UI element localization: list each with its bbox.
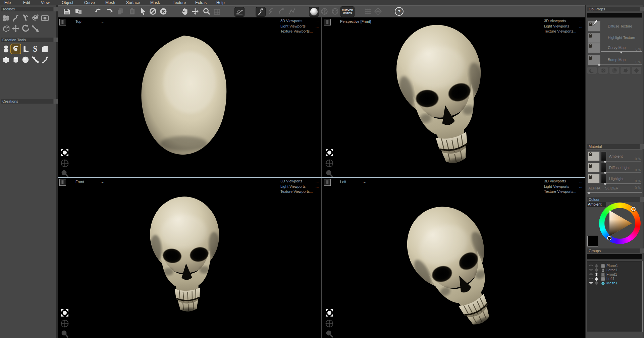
move-tool-icon[interactable] bbox=[191, 7, 200, 16]
model-skull-front[interactable] bbox=[141, 187, 229, 321]
model-skull-perspective[interactable] bbox=[389, 17, 500, 174]
paste-icon[interactable] bbox=[127, 7, 137, 16]
menu-help[interactable]: Help bbox=[216, 0, 225, 5]
hue-selector[interactable] bbox=[631, 207, 636, 211]
viewport-menu-3d[interactable]: 3D Viewports... bbox=[544, 18, 582, 24]
tool-move-icon[interactable] bbox=[11, 24, 20, 33]
menu-surface[interactable]: Surface bbox=[126, 0, 140, 5]
undo-icon[interactable] bbox=[93, 7, 103, 16]
viewport-left[interactable]: Left ... 3D Viewports... Light Viewports… bbox=[322, 178, 585, 338]
curved-wires-button[interactable]: CURVED WIRES bbox=[340, 6, 355, 17]
group-name[interactable]: Plane1 bbox=[606, 264, 618, 268]
wire-sphere-icon[interactable] bbox=[320, 7, 329, 16]
eye-icon[interactable] bbox=[589, 273, 593, 276]
select-cursor-icon[interactable] bbox=[138, 7, 148, 16]
viewport-menu-light[interactable]: Light Viewports... bbox=[280, 184, 319, 189]
group-row-front1[interactable]: Front1 bbox=[587, 272, 642, 277]
cancel-icon[interactable] bbox=[159, 7, 168, 16]
create-cylinder-icon[interactable] bbox=[11, 55, 20, 64]
freeze-icon[interactable] bbox=[595, 273, 598, 276]
tool-marquee-icon[interactable] bbox=[40, 13, 50, 23]
viewport-perspective[interactable]: Perspective [Front] 3D Viewports... Ligh… bbox=[322, 17, 585, 177]
highlight-thumb[interactable] bbox=[588, 174, 600, 183]
orbit-view-icon[interactable] bbox=[325, 308, 334, 317]
viewport-menu-light[interactable]: Light Viewports... bbox=[544, 184, 582, 189]
freeze-icon[interactable] bbox=[595, 281, 598, 285]
create-s-shape-icon[interactable] bbox=[31, 44, 40, 54]
ambient-thumb[interactable] bbox=[588, 152, 600, 161]
alpha-slider-handle[interactable] bbox=[588, 192, 590, 194]
diffuse-light-color-swatch[interactable] bbox=[601, 163, 606, 172]
orbit-view-icon[interactable] bbox=[60, 148, 69, 157]
highlight-color-swatch[interactable] bbox=[601, 174, 606, 183]
viewport-horizontal-divider[interactable] bbox=[58, 177, 585, 178]
redo-icon[interactable] bbox=[105, 7, 114, 16]
create-sphere-icon[interactable] bbox=[21, 55, 30, 64]
grid-tool-icon[interactable] bbox=[212, 7, 222, 16]
create-blob-icon[interactable] bbox=[1, 44, 11, 54]
curvy-map-slider[interactable] bbox=[601, 51, 642, 52]
wire-sphere-alt-icon[interactable] bbox=[330, 7, 340, 16]
ambient-color-swatch[interactable] bbox=[601, 152, 606, 161]
menu-file[interactable]: File bbox=[4, 0, 11, 5]
wire-diamond-icon[interactable] bbox=[373, 7, 383, 16]
current-colour-swatch[interactable] bbox=[587, 236, 598, 246]
zoom-view-icon[interactable] bbox=[60, 169, 69, 177]
save-icon[interactable] bbox=[62, 7, 71, 16]
tool-paint-palette-icon[interactable] bbox=[31, 13, 40, 23]
curve-smooth-icon[interactable] bbox=[276, 7, 286, 16]
freeze-icon[interactable] bbox=[595, 277, 598, 281]
viewport-front[interactable]: Front ... 3D Viewports... Light Viewport… bbox=[58, 178, 321, 338]
freeze-icon[interactable] bbox=[595, 264, 598, 268]
crescent-icon[interactable] bbox=[587, 66, 597, 74]
grid-tile-icon[interactable] bbox=[363, 7, 373, 16]
curvy-map-thumb[interactable] bbox=[588, 43, 600, 53]
highlight-slider[interactable] bbox=[604, 183, 641, 184]
diffuse-light-slider[interactable] bbox=[604, 172, 641, 173]
zoom-view-icon[interactable] bbox=[325, 169, 334, 177]
group-name[interactable]: Mesh1 bbox=[606, 281, 618, 285]
viewport-top[interactable]: Top ... 3D Viewports... Light Viewports.… bbox=[58, 17, 321, 177]
protractor-icon[interactable] bbox=[234, 7, 245, 17]
eye-icon[interactable] bbox=[589, 281, 593, 284]
viewport-menu-3d[interactable]: 3D Viewports... bbox=[544, 179, 582, 184]
bump-map-slider[interactable] bbox=[598, 64, 642, 65]
menu-edit[interactable]: Edit bbox=[23, 0, 30, 5]
pan-view-icon[interactable] bbox=[325, 319, 334, 328]
tool-wire-cube-icon[interactable] bbox=[1, 24, 11, 33]
deny-icon[interactable] bbox=[148, 7, 158, 16]
eye-icon[interactable] bbox=[589, 277, 593, 280]
menu-object[interactable]: Object bbox=[62, 0, 73, 5]
tool-sculpt-wave-icon[interactable] bbox=[11, 13, 20, 23]
obj-props-name-field[interactable] bbox=[587, 13, 642, 18]
group-row-lathe1[interactable]: Lathe1 bbox=[587, 268, 642, 272]
shaded-sphere-icon[interactable] bbox=[309, 7, 319, 17]
create-lathe-icon[interactable] bbox=[11, 44, 20, 54]
viewport-options-dots[interactable]: ... bbox=[101, 19, 105, 23]
create-plane-icon[interactable] bbox=[40, 44, 50, 54]
model-skull-top-view[interactable] bbox=[133, 33, 234, 158]
tool-primitives-icon[interactable] bbox=[1, 13, 11, 23]
checker-sphere-icon[interactable] bbox=[598, 66, 608, 74]
tool-rotate-icon[interactable] bbox=[21, 24, 30, 33]
zoom-view-icon[interactable] bbox=[325, 330, 334, 338]
viewport-options-dots[interactable]: ... bbox=[101, 179, 105, 183]
import-pages-icon[interactable] bbox=[74, 7, 83, 16]
help-icon[interactable]: ? bbox=[394, 7, 404, 16]
freeze-icon[interactable] bbox=[595, 268, 598, 272]
diamond-icon[interactable] bbox=[631, 66, 641, 74]
alpha-slider[interactable] bbox=[587, 192, 642, 193]
curvy-map-slider-handle[interactable] bbox=[620, 52, 623, 54]
shade-selector[interactable] bbox=[607, 236, 611, 240]
create-bone-icon[interactable] bbox=[31, 55, 40, 64]
curve-s-icon[interactable] bbox=[256, 7, 266, 17]
group-row-mesh1[interactable]: Mesh1 bbox=[587, 281, 642, 285]
pan-hand-icon[interactable] bbox=[180, 7, 190, 16]
viewport-menu-texture[interactable]: Texture Viewports... bbox=[544, 189, 582, 194]
menu-view[interactable]: View bbox=[41, 0, 50, 5]
group-row-plane1[interactable]: Plane1 bbox=[587, 264, 642, 268]
copy-icon[interactable] bbox=[116, 7, 125, 16]
group-name[interactable]: Front1 bbox=[606, 272, 617, 276]
viewport-menu-light[interactable]: Light Viewports... bbox=[544, 24, 582, 29]
create-extrude-icon[interactable] bbox=[21, 44, 30, 54]
